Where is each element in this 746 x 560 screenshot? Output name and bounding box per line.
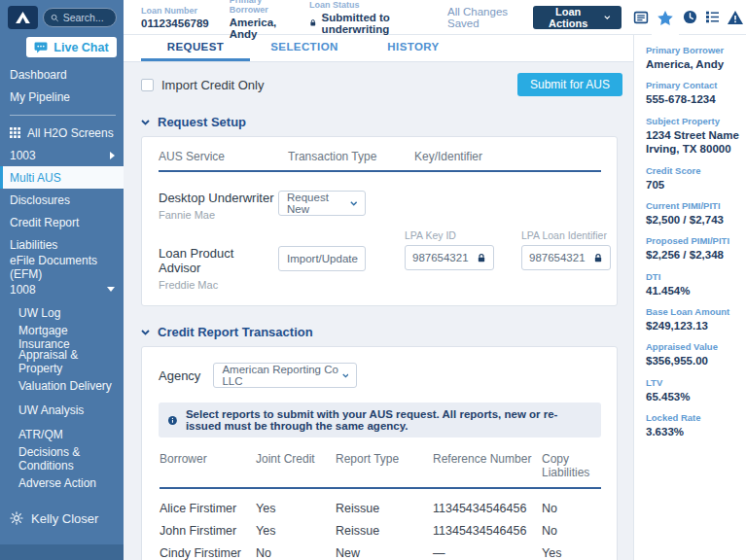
loan-number-label: Loan Number [141,6,209,16]
sidebar-item-1008[interactable]: 1008 [0,278,124,300]
star-icon [657,11,673,25]
column-header: Transaction Type [288,150,414,163]
field-value: $249,123.13 [646,319,740,332]
lpa-loan-identifier-label: LPA Loan Identifier [521,229,611,241]
table-header-rule [159,170,601,172]
chevron-down-icon [604,15,611,20]
tab-history[interactable]: HISTORY [359,35,468,61]
nav-label: Liabilities [10,238,57,252]
tasks-icon-button[interactable] [701,0,724,35]
favorites-icon-button[interactable] [652,0,679,36]
import-credit-only-label: Import Credit Only [161,78,264,92]
nav-label: Mortgage Insurance [18,324,115,351]
sidebar-item-1003[interactable]: 1003 [0,144,124,166]
column-header: Reference Number [433,452,542,479]
sidebar-item-adverse-action[interactable]: Adverse Action [0,471,124,495]
lpa-key-id-input[interactable]: 987654321 [405,245,494,270]
action-row: Import Credit Only Submit for AUS [124,62,633,96]
loan-actions-button[interactable]: Loan Actions [533,6,622,29]
user-menu[interactable]: Kelly Closer [0,506,124,531]
sidebar-item-appraisal-property[interactable]: Appraisal & Property [0,349,124,373]
chevron-down-icon [342,373,349,378]
sidebar-item-atr-qm[interactable]: ATR/QM [0,422,124,446]
transaction-type-select[interactable]: Import/Update [278,246,366,271]
sidebar-item-uw-log[interactable]: UW Log [0,300,124,325]
search-input[interactable] [63,12,109,23]
app-logo[interactable] [8,6,38,29]
topbar: Loan Number 01123456789 Primary Borrower… [124,0,746,35]
history-icon-button[interactable] [679,0,701,35]
sidebar-item-multi-aus[interactable]: Multi AUS [0,166,124,189]
sidebar-item-uw-analysis[interactable]: UW Analysis [0,398,124,422]
lpa-loan-identifier-input[interactable]: 987654321 [521,245,611,270]
import-credit-only-checkbox[interactable] [141,79,154,91]
field-label: Proposed PIMI/PITI [646,235,740,246]
column-header: Report Type [336,452,433,479]
user-name: Kelly Closer [31,511,98,526]
sidebar-item-all-h2o-screens[interactable]: All H2O Screens [0,122,124,144]
app-logo-icon [16,12,30,23]
sidebar-item-efile-documents[interactable]: eFile Documents (EFM) [0,256,124,278]
loan-status-group: Loan Status Submitted to underwriting [309,0,427,35]
document-icon [633,10,649,25]
transaction-type-select[interactable]: Request New [278,191,366,216]
cell-joint-credit: Yes [256,524,336,538]
sidebar-item-valuation-delivery[interactable]: Valuation Delivery [0,373,124,398]
gear-icon [10,511,23,525]
request-setup-table-header: AUS Service Transaction Type Key/Identif… [142,137,617,170]
request-setup-section-header[interactable]: Request Setup [141,115,618,129]
field-value: America, Andy [646,57,740,71]
field-value: 705 [646,178,740,192]
field-value: 65.453% [646,390,740,403]
field-label: Base Loan Amount [646,306,740,317]
lpa-key-id-group: LPA Key ID 987654321 [405,229,494,270]
summary-field: Primary BorrowerAmerica, Andy [646,45,740,71]
nav-label: Multi AUS [10,171,61,185]
credit-report-section-header[interactable]: Credit Report Transaction [141,325,618,339]
primary-borrower-value: America, Andy [230,17,289,40]
nav-label: 1003 [10,149,36,162]
lock-icon [309,18,317,28]
info-message: Select reports to submit with your AUS r… [186,408,591,432]
field-label: Subject Property [646,116,740,126]
cell-copy-liabilities: No [542,524,601,538]
sidebar-item-decisions-conditions[interactable]: Decisions & Conditions [0,446,124,471]
sidebar-item-mortgage-insurance[interactable]: Mortgage Insurance [0,325,124,349]
nav-label: My Pipeline [10,90,70,104]
summary-field: DTI41.454% [646,271,740,298]
field-value: 41.454% [646,284,740,298]
loan-status-value: Submitted to underwriting [309,12,427,35]
info-banner: Select reports to submit with your AUS r… [159,402,601,438]
chevron-down-icon [107,287,115,292]
warning-icon [728,11,743,24]
chevron-down-icon [141,330,150,335]
chevron-down-icon [350,201,357,206]
agency-select[interactable]: American Reporting Co LLC [213,363,357,388]
sidebar-item-disclosures[interactable]: Disclosures [0,189,124,211]
select-value: Request New [287,192,350,215]
field-label: Current PIMI/PITI [646,200,740,211]
live-chat-button[interactable]: Live Chat [26,37,117,57]
primary-borrower-label: Primary Borrower [230,0,289,15]
loan-number-value: 01123456789 [141,18,209,29]
sidebar-item-my-pipeline[interactable]: My Pipeline [0,86,124,108]
summary-field: Credit Score705 [646,165,740,192]
sidebar-item-credit-report[interactable]: Credit Report [0,211,124,233]
import-credit-only-checkbox-group[interactable]: Import Credit Only [141,78,264,92]
summary-icon-button[interactable] [629,0,652,35]
submit-for-aus-button[interactable]: Submit for AUS [517,73,622,96]
summary-field: Subject Property1234 Street Name Irving,… [646,116,740,157]
field-label: DTI [646,271,740,282]
chat-icon [34,42,48,53]
nav-label: Appraisal & Property [18,348,115,375]
alerts-icon-button[interactable] [724,0,746,35]
aus-service-row-loan-product-advisor: Loan Product Advisor Freddie Mac Import/… [142,229,617,305]
table-header-rule [160,487,601,489]
nav-label: 1008 [10,283,36,297]
cell-reference-number: 11345434546456 [433,502,542,515]
summary-field: LTV65.453% [646,377,740,403]
cell-reference-number: 11345434546456 [433,524,542,538]
search-box[interactable] [43,8,117,27]
cell-report-type: Reissue [336,524,433,538]
sidebar-item-dashboard[interactable]: Dashboard [0,63,124,86]
